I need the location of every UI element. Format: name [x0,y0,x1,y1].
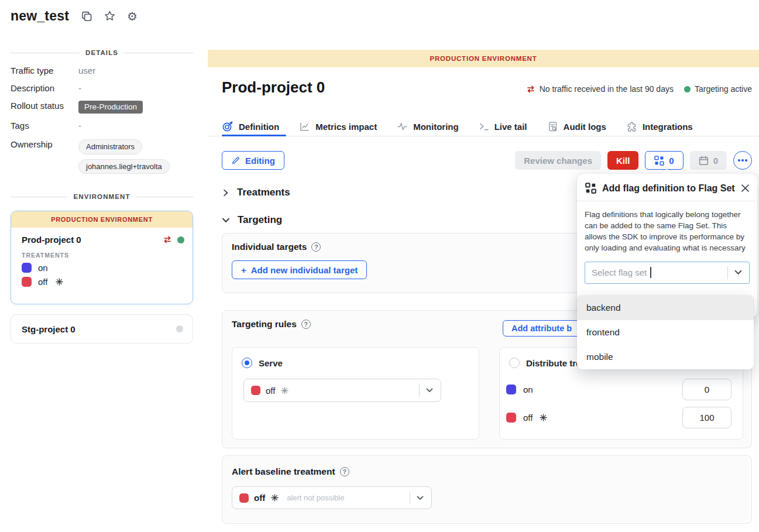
details-heading: DETAILS [85,49,118,56]
gear-icon[interactable]: ⚙ [127,11,138,22]
editing-button[interactable]: Editing [222,151,284,170]
title-actions: ⚙ [81,10,138,22]
chevron-down-icon [734,270,742,275]
alert-note: alert not possible [287,493,344,502]
sidebar: DETAILS Traffic type user Description - … [11,48,193,344]
production-environment-strip: PRODUCTION ENVIRONMENT [11,211,193,228]
chevron-down-icon [222,216,230,224]
flag-set-option-frontend[interactable]: frontend [577,320,754,345]
rollout-status-badge: Pre-Production [78,101,143,114]
serve-label: Serve [259,358,283,368]
prod-environment-name-row: Prod-project 0 [11,228,193,245]
tab-metrics-impact[interactable]: Metrics impact [299,121,377,132]
puzzle-icon [626,121,637,132]
help-icon[interactable] [340,467,349,476]
copy-icon[interactable] [81,11,92,22]
popup-title: Add flag definition to Flag Set [602,183,735,194]
target-icon [222,121,233,132]
percentage-input-on[interactable]: 0 [682,379,731,400]
more-actions-button[interactable] [733,151,752,170]
chevron-down-icon [426,388,433,393]
tab-audit-logs[interactable]: Audit logs [547,121,606,132]
environment-active-dot [177,236,184,243]
detail-row-traffic-type: Traffic type user [11,66,193,78]
add-attribute-button[interactable]: Add attribute b [503,320,581,337]
description-value: - [78,83,81,93]
targeting-active-dot [684,86,691,92]
tab-definition[interactable]: Definition [222,121,279,132]
review-changes-button[interactable]: Review changes [515,151,601,170]
chart-icon [299,121,310,132]
chevron-down-icon [417,496,424,500]
terminal-icon [479,121,489,132]
tab-integrations[interactable]: Integrations [626,121,693,132]
popup-description: Flag definitions that logically belong t… [585,209,750,254]
pencil-icon [231,156,241,165]
flag-set-grid-icon [585,183,596,194]
default-treatment-icon [56,278,63,286]
distribute-radio[interactable] [509,358,520,368]
targeting-section-toggle[interactable]: Targeting [222,214,282,226]
owner-pill[interactable]: johannes.liegl+travolta [78,159,170,174]
targeting-rules-heading: Targeting rules [232,319,297,330]
plus-icon: + [241,265,246,275]
default-treatment-icon [271,494,279,502]
treatment-row-off: off [11,273,193,287]
treatment-on-swatch [506,385,516,394]
serve-radio[interactable] [242,358,252,368]
page: new_test ⚙ DETAILS Traffic [0,0,759,532]
detail-row-tags: Tags - [11,121,193,133]
percentage-input-off[interactable]: 100 [682,407,731,428]
individual-targets-heading: Individual targets [232,242,307,252]
tab-monitoring[interactable]: Monitoring [397,121,458,132]
toolbar-left: Editing [222,151,284,170]
environment-card-production[interactable]: PRODUCTION ENVIRONMENT Prod-project 0 TR… [11,211,193,304]
flag-set-option-mobile[interactable]: mobile [577,345,754,369]
targeting-status: Targeting active [684,84,752,94]
add-individual-target-button[interactable]: + Add new individual target [232,260,367,279]
audit-log-icon [547,121,558,132]
no-traffic-icon [163,235,172,244]
schedule-count-button[interactable]: 0 [690,151,727,170]
alert-baseline-card: Alert baseline treatment off alert not p… [222,455,752,524]
tab-live-tail[interactable]: Live tail [479,121,527,132]
environment-card-staging[interactable]: Stg-project 0 [11,314,193,344]
help-icon[interactable] [301,320,311,329]
flag-set-options-menu: backend frontend mobile [577,296,754,369]
traffic-status: No traffic received in the last 90 days [526,84,674,94]
active-tab-indicator [222,135,286,136]
treatments-heading: TREATMENTS [11,245,193,259]
environment-section-header: ENVIRONMENT [11,192,193,201]
flag-set-select-input[interactable]: Select flag set [585,262,750,284]
flag-set-grid-icon [654,156,664,166]
treatment-off-swatch [22,277,32,287]
no-traffic-icon [526,85,535,94]
treatments-section-toggle[interactable]: Treatments [222,187,290,198]
flag-set-option-backend[interactable]: backend [577,296,754,320]
distribute-row-on: on 0 [506,379,731,400]
select-placeholder: Select flag set [592,267,647,277]
treatment-off-swatch [239,493,249,503]
chevron-right-icon [222,189,229,197]
help-icon[interactable] [311,242,321,252]
flag-set-count-button[interactable]: 0 [645,151,683,170]
treatment-off-swatch [251,386,260,395]
details-section-header: DETAILS [11,48,193,57]
treatment-on-swatch [22,263,32,273]
page-title: new_test [11,8,69,24]
alert-baseline-select[interactable]: off alert not possible [232,486,432,509]
details-rows: Traffic type user Description - Rollout … [11,66,193,174]
detail-row-description: Description - [11,83,193,95]
serve-treatment-select[interactable]: off [243,379,441,402]
stg-environment-name: Stg-project 0 [22,324,176,334]
tabs-underline [208,136,759,136]
star-icon[interactable] [104,10,116,22]
owner-pill[interactable]: Administrators [78,139,142,155]
kill-button[interactable]: Kill [607,151,638,170]
distribute-row-off: off 100 [506,407,731,428]
tab-bar: Definition Metrics impact Monitoring Liv… [222,117,693,136]
treatment-row-on: on [11,259,193,273]
close-icon[interactable] [741,184,749,192]
calendar-icon [699,156,709,166]
text-cursor [650,267,651,278]
